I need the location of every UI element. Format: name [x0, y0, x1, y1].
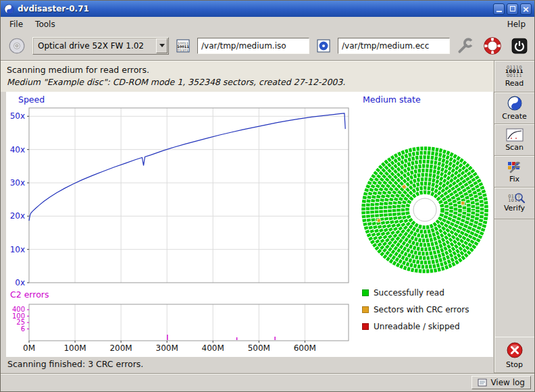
stop-label: Stop [506, 360, 523, 369]
green-swatch-icon [362, 289, 369, 296]
medium-state-title: Medium state [363, 94, 421, 105]
legend-label-unreadable: Unreadable / skipped [374, 322, 460, 331]
svg-text:100M: 100M [63, 343, 86, 353]
svg-text:600M: 600M [294, 343, 316, 353]
create-label: Create [502, 112, 527, 121]
svg-text:30x: 30x [10, 178, 25, 188]
medium-state-legend: Successfully read Sectors with CRC error… [362, 287, 469, 332]
close-button[interactable]: × [520, 3, 532, 15]
svg-text:0x: 0x [15, 278, 25, 287]
disc-hole [413, 198, 436, 221]
speed-curve [29, 113, 345, 221]
medium-info-line: Medium "Example disc": CD-ROM mode 1, 35… [7, 77, 488, 87]
close-icon: × [522, 5, 530, 13]
svg-text:20x: 20x [10, 211, 25, 221]
svg-text:300M: 300M [156, 343, 178, 353]
iso-path-input[interactable] [197, 38, 309, 54]
maximize-icon [510, 6, 515, 11]
window-title: dvdisaster-0.71 [18, 4, 89, 13]
svg-text:10x: 10x [10, 245, 25, 254]
app-window: dvdisaster-0.71 × File Tools Help Optica… [0, 0, 535, 392]
x-axis: 0M100M200M300M400M500M600M [23, 341, 316, 353]
menu-help[interactable]: Help [501, 18, 532, 30]
power-icon [511, 37, 528, 55]
svg-text:400M: 400M [202, 343, 224, 353]
drive-button[interactable] [6, 35, 28, 57]
wrench-icon [457, 37, 474, 55]
scan-chart-icon [506, 128, 524, 142]
chevron-down-icon[interactable] [156, 38, 168, 53]
crc-error-dot [377, 219, 381, 223]
sidebar-scan-button[interactable]: Scan [494, 124, 534, 156]
help-button[interactable] [482, 35, 503, 57]
speed-y-axis: 0x10x20x30x40x50x [10, 111, 29, 287]
action-sidebar: 01110 10011 00111 Read Create Scan [494, 61, 534, 373]
svg-text:0M: 0M [23, 343, 35, 353]
sidebar-verify-button[interactable]: 0110 1011 Verify [494, 188, 534, 219]
minimize-icon [496, 11, 502, 12]
magnifier-icon [513, 192, 526, 204]
stop-icon [506, 341, 524, 359]
svg-text:200M: 200M [109, 343, 132, 353]
verify-icon: 0110 1011 [508, 194, 521, 202]
menubar: File Tools Help [1, 17, 534, 31]
svg-text:6: 6 [21, 325, 25, 333]
quit-button[interactable] [509, 35, 530, 57]
sidebar-fix-button[interactable]: Fix [494, 156, 534, 188]
status-line-1: Scanning medium for read errors. [7, 65, 488, 75]
view-log-button[interactable]: View log [472, 376, 531, 389]
svg-text:01101: 01101 [178, 48, 188, 52]
chart-canvas: 0x10x20x30x40x50x0M100M200M300M400M500M6… [6, 92, 493, 357]
crc-error-dot [461, 201, 465, 205]
toolbar: Optical drive 52X FW 1.02 10011 10011 01… [1, 31, 534, 61]
menu-tools[interactable]: Tools [29, 18, 61, 30]
statusbar: View log [1, 373, 534, 391]
log-icon [478, 378, 487, 387]
read-icon: 01110 10011 00111 [505, 65, 524, 78]
legend-label-crc: Sectors with CRC errors [374, 305, 469, 314]
svg-text:500M: 500M [248, 343, 270, 353]
app-icon [3, 3, 14, 14]
legend-item-success: Successfully read [362, 287, 469, 298]
iso-file-icon: 10011 10011 01101 [174, 36, 193, 55]
ecc-path-input[interactable] [338, 38, 450, 54]
titlebar[interactable]: dvdisaster-0.71 × [1, 1, 534, 17]
c2-errors-title: C2 errors [10, 289, 49, 300]
fix-icon [507, 160, 523, 173]
legend-label-success: Successfully read [374, 288, 444, 298]
fix-label: Fix [509, 175, 519, 184]
life-ring-icon [484, 37, 501, 55]
drive-combo-value: Optical drive 52X FW 1.02 [38, 41, 153, 51]
svg-text:40x: 40x [10, 145, 25, 155]
ecc-file-icon [314, 36, 333, 55]
verify-label: Verify [504, 204, 525, 213]
c2-y-axis: 400100256 [12, 306, 29, 333]
yin-yang-icon [507, 96, 522, 111]
c2-plot-frame [29, 304, 349, 341]
legend-item-unreadable: Unreadable / skipped [362, 321, 469, 332]
toolbar-right-group [455, 35, 530, 57]
medium-state-disc [363, 148, 486, 271]
stop-button[interactable]: Stop [494, 337, 534, 373]
speed-plot-frame [29, 108, 349, 283]
read-label: Read [505, 79, 524, 88]
maximize-button[interactable] [507, 3, 518, 15]
speed-chart-title: Speed [18, 94, 45, 105]
yellow-swatch-icon [362, 306, 369, 313]
status-header: Scanning medium for read errors. Medium … [1, 61, 494, 92]
svg-text:50x: 50x [10, 111, 25, 121]
preferences-button[interactable] [455, 35, 476, 57]
cd-icon [8, 37, 26, 55]
scan-label: Scan [505, 143, 524, 152]
scan-result-text: Scanning finished: 3 CRC errors. [7, 359, 143, 369]
menu-file[interactable]: File [3, 18, 29, 30]
sidebar-create-button[interactable]: Create [494, 92, 534, 124]
view-log-label: View log [490, 378, 525, 387]
sidebar-read-button[interactable]: 01110 10011 00111 Read [494, 61, 534, 92]
window-controls: × [493, 3, 532, 15]
minimize-button[interactable] [493, 3, 505, 15]
drive-combo[interactable]: Optical drive 52X FW 1.02 [32, 37, 169, 55]
red-swatch-icon [362, 323, 369, 330]
legend-item-crc: Sectors with CRC errors [362, 304, 469, 315]
